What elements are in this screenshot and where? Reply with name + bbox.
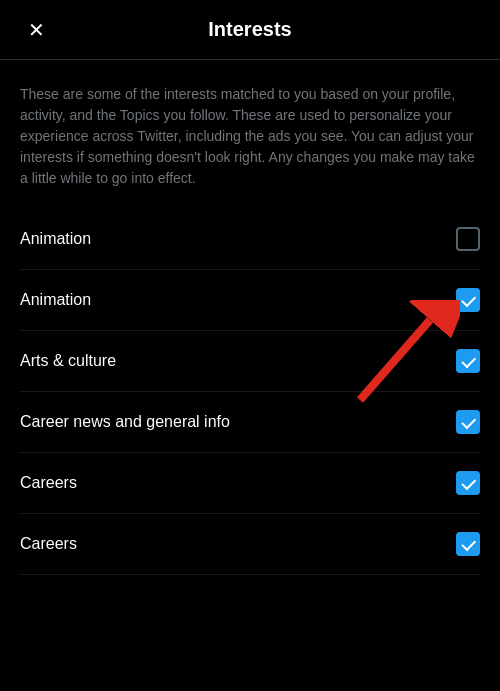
interest-label: Arts & culture [20, 352, 116, 370]
checkbox-checked[interactable] [456, 288, 480, 312]
list-item[interactable]: Careers [20, 453, 480, 514]
header: ✕ Interests [0, 0, 500, 60]
list-item[interactable]: Animation [20, 270, 480, 331]
interest-label: Careers [20, 474, 77, 492]
checkbox-checked[interactable] [456, 532, 480, 556]
checkbox-checked[interactable] [456, 471, 480, 495]
main-content: These are some of the interests matched … [0, 60, 500, 575]
checkbox-unchecked[interactable] [456, 227, 480, 251]
close-icon: ✕ [28, 18, 45, 42]
description-text: These are some of the interests matched … [0, 60, 500, 209]
close-button[interactable]: ✕ [20, 14, 52, 46]
page-title: Interests [208, 18, 291, 41]
list-item[interactable]: Arts & culture [20, 331, 480, 392]
page-container: ✕ Interests These are some of the intere… [0, 0, 500, 575]
list-item[interactable]: Animation [20, 209, 480, 270]
checkbox-checked[interactable] [456, 410, 480, 434]
checkbox-checked[interactable] [456, 349, 480, 373]
list-item[interactable]: Career news and general info [20, 392, 480, 453]
interests-list: Animation Animation Arts & culture Caree… [0, 209, 500, 575]
interest-label: Career news and general info [20, 413, 230, 431]
list-item[interactable]: Careers [20, 514, 480, 575]
interest-label: Animation [20, 291, 91, 309]
interest-label: Careers [20, 535, 77, 553]
interest-label: Animation [20, 230, 91, 248]
